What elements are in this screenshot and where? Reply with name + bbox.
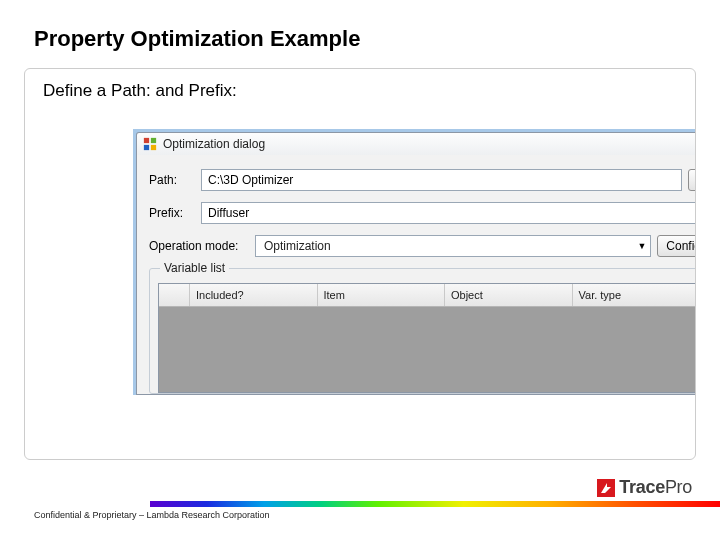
logo-text: TracePro [619,477,692,498]
variable-list-grid[interactable]: Included? Item Object Var. type [158,283,696,393]
path-input[interactable] [201,169,682,191]
column-header-included[interactable]: Included? [190,284,318,306]
svg-rect-2 [144,145,149,150]
instruction-text: Define a Path: and Prefix: [43,81,681,101]
tracepro-logo: TracePro [597,477,692,498]
logo-text-trace: Trace [619,477,665,497]
variable-list-title: Variable list [160,261,229,275]
column-header-object[interactable]: Object [445,284,573,306]
svg-rect-0 [144,138,149,143]
decorative-spectrum-bar [150,501,720,507]
variable-list-group: Variable list Included? Item Object Var.… [149,268,696,394]
chevron-down-icon: ▼ [637,241,646,251]
svg-rect-3 [151,145,156,150]
operation-mode-selected: Optimization [264,239,331,253]
logo-mark-icon [597,479,615,497]
dialog-body: Path: B Prefix: Operation mode: Optimiza… [136,155,696,395]
grid-row-header-corner [159,284,190,306]
dialog-title: Optimization dialog [163,137,265,151]
optimization-dialog: Optimization dialog Path: B Prefix: Oper… [133,129,696,395]
column-header-vartype[interactable]: Var. type [573,284,697,306]
prefix-label: Prefix: [149,206,195,220]
dialog-titlebar[interactable]: Optimization dialog [136,132,696,155]
browse-button[interactable]: B [688,169,696,191]
operation-mode-dropdown[interactable]: Optimization ▼ [255,235,651,257]
confidential-footer: Confidential & Proprietary – Lambda Rese… [34,510,270,520]
path-label: Path: [149,173,195,187]
window-icon [143,137,157,151]
operation-mode-label: Operation mode: [149,239,249,253]
content-frame: Define a Path: and Prefix: Optimization … [24,68,696,460]
operation-mode-row: Operation mode: Optimization ▼ Config [149,235,696,257]
prefix-row: Prefix: [149,202,696,224]
path-row: Path: B [149,169,696,191]
column-header-item[interactable]: Item [318,284,446,306]
slide: Property Optimization Example Define a P… [0,0,720,540]
logo-text-pro: Pro [665,477,692,497]
config-button[interactable]: Config [657,235,696,257]
grid-header: Included? Item Object Var. type [159,284,696,307]
dialog-desktop-bg: Optimization dialog Path: B Prefix: Oper… [133,129,696,395]
slide-title: Property Optimization Example [34,26,360,52]
prefix-input[interactable] [201,202,696,224]
svg-rect-1 [151,138,156,143]
